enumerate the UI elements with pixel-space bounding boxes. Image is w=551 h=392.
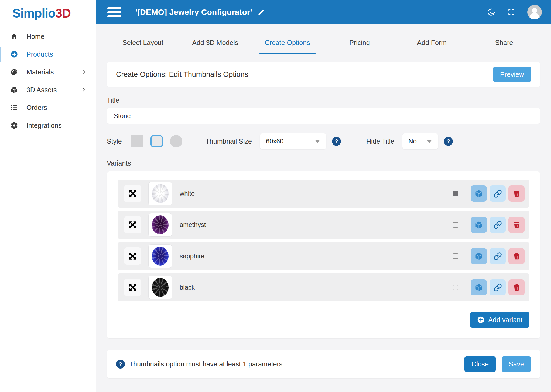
variant-checkbox[interactable]	[453, 285, 458, 290]
drag-handle-icon[interactable]	[124, 216, 141, 233]
footer-message: Thumbnails option must have at least 1 p…	[129, 360, 284, 368]
style-option-rounded-square[interactable]	[150, 135, 163, 147]
palette-icon	[9, 68, 19, 76]
help-icon[interactable]: ?	[116, 360, 125, 369]
variant-row: black	[118, 273, 529, 301]
drag-handle-icon[interactable]	[124, 247, 141, 265]
thumbnail-size-select[interactable]: 60x60	[260, 133, 326, 149]
variant-checkbox[interactable]	[453, 191, 458, 196]
variants-label: Variants	[107, 159, 540, 167]
add-variant-label: Add variant	[488, 316, 522, 324]
variant-row: amethyst	[118, 211, 529, 239]
thumbnail-size-value: 60x60	[266, 137, 283, 145]
variant-checkbox[interactable]	[453, 253, 458, 259]
gear-icon	[9, 122, 19, 129]
main-area: '[DEMO] Jewelry Configurator' Select Lay…	[96, 0, 551, 392]
variant-checkbox[interactable]	[453, 222, 458, 228]
assign-3d-model-button[interactable]	[471, 185, 487, 202]
sidebar-item-label: Integrations	[26, 122, 62, 129]
variant-actions	[471, 279, 525, 295]
variant-actions	[471, 248, 525, 264]
project-title: '[DEMO] Jewelry Configurator'	[135, 8, 252, 17]
gem-image	[152, 278, 169, 297]
variants-card: white	[107, 171, 540, 338]
style-row: Style Thumbnail Size 60x60 ? Hide Title …	[107, 133, 540, 149]
tab-add-3d-models[interactable]: Add 3D Models	[179, 32, 251, 54]
sidebar-item-3d-assets[interactable]: 3D Assets	[0, 81, 96, 99]
gem-image	[152, 247, 169, 266]
save-button[interactable]: Save	[502, 356, 531, 372]
variant-actions	[471, 185, 525, 202]
sidebar-item-orders[interactable]: Orders	[0, 99, 96, 116]
drag-handle-icon[interactable]	[124, 279, 141, 296]
assign-3d-model-button[interactable]	[471, 279, 487, 295]
delete-button[interactable]	[508, 185, 525, 202]
dark-mode-icon[interactable]	[487, 8, 495, 17]
variant-name: amethyst	[180, 221, 206, 229]
footer-actions: Close Save	[464, 356, 531, 372]
add-variant-button[interactable]: Add variant	[470, 312, 529, 328]
sidebar-item-integrations[interactable]: Integrations	[0, 116, 96, 134]
plus-circle-icon	[477, 316, 485, 324]
style-option-square[interactable]	[131, 135, 143, 147]
help-icon[interactable]: ?	[332, 137, 341, 146]
tab-pricing[interactable]: Pricing	[323, 32, 396, 54]
tab-share[interactable]: Share	[468, 32, 540, 54]
variant-name: white	[180, 190, 195, 197]
sidebar-item-label: Materials	[26, 68, 54, 76]
topbar-actions	[487, 5, 542, 19]
sidebar-item-home[interactable]: Home	[0, 27, 96, 45]
tab-bar: Select Layout Add 3D Models Create Optio…	[107, 32, 540, 54]
style-option-circle[interactable]	[170, 135, 182, 147]
chevron-right-icon	[81, 87, 87, 93]
page-title: Create Options: Edit Thumbnails Options	[116, 70, 248, 79]
close-button[interactable]: Close	[464, 356, 496, 372]
gem-image	[152, 215, 169, 234]
list-icon	[9, 104, 19, 112]
link-button[interactable]	[490, 248, 506, 264]
app-window: Simplio3D Home Products	[0, 0, 551, 392]
chevron-right-icon	[81, 69, 87, 75]
assign-3d-model-button[interactable]	[471, 217, 487, 233]
menu-icon[interactable]	[107, 7, 121, 17]
variant-row: white	[118, 180, 529, 208]
plus-circle-icon	[9, 50, 19, 58]
drag-handle-icon[interactable]	[124, 185, 141, 202]
footer-card: ? Thumbnails option must have at least 1…	[107, 350, 540, 378]
delete-button[interactable]	[508, 279, 525, 295]
variant-thumbnail[interactable]	[148, 276, 172, 299]
gem-image	[152, 184, 169, 203]
active-indicator	[0, 47, 1, 62]
brand-logo[interactable]: Simplio3D	[0, 0, 96, 20]
tab-add-form[interactable]: Add Form	[396, 32, 468, 54]
sidebar-item-products[interactable]: Products	[0, 45, 96, 63]
delete-button[interactable]	[508, 248, 525, 264]
footer-message-row: ? Thumbnails option must have at least 1…	[116, 360, 464, 369]
sidebar-item-materials[interactable]: Materials	[0, 63, 96, 81]
avatar[interactable]	[527, 5, 542, 19]
brand-logo-primary: Simplio	[12, 6, 55, 20]
title-input[interactable]: Stone	[107, 108, 540, 124]
link-button[interactable]	[490, 279, 506, 295]
brand-logo-secondary: 3D	[55, 6, 71, 20]
link-button[interactable]	[490, 217, 506, 233]
help-icon[interactable]: ?	[444, 137, 453, 146]
tab-select-layout[interactable]: Select Layout	[107, 32, 179, 54]
add-variant-row: Add variant	[118, 312, 529, 328]
variant-thumbnail[interactable]	[148, 182, 172, 205]
caret-down-icon	[427, 140, 432, 143]
caret-down-icon	[315, 140, 320, 143]
hide-title-select[interactable]: No	[402, 133, 438, 149]
home-icon	[9, 33, 19, 40]
tab-create-options[interactable]: Create Options	[251, 32, 324, 54]
sidebar-item-label: Home	[26, 33, 45, 40]
variant-thumbnail[interactable]	[148, 244, 172, 268]
variant-name: sapphire	[180, 252, 204, 260]
link-button[interactable]	[490, 185, 506, 202]
delete-button[interactable]	[508, 217, 525, 233]
fullscreen-icon[interactable]	[507, 8, 515, 16]
variant-thumbnail[interactable]	[148, 213, 172, 237]
assign-3d-model-button[interactable]	[471, 248, 487, 264]
edit-icon[interactable]	[258, 9, 265, 16]
preview-button[interactable]: Preview	[493, 67, 531, 82]
